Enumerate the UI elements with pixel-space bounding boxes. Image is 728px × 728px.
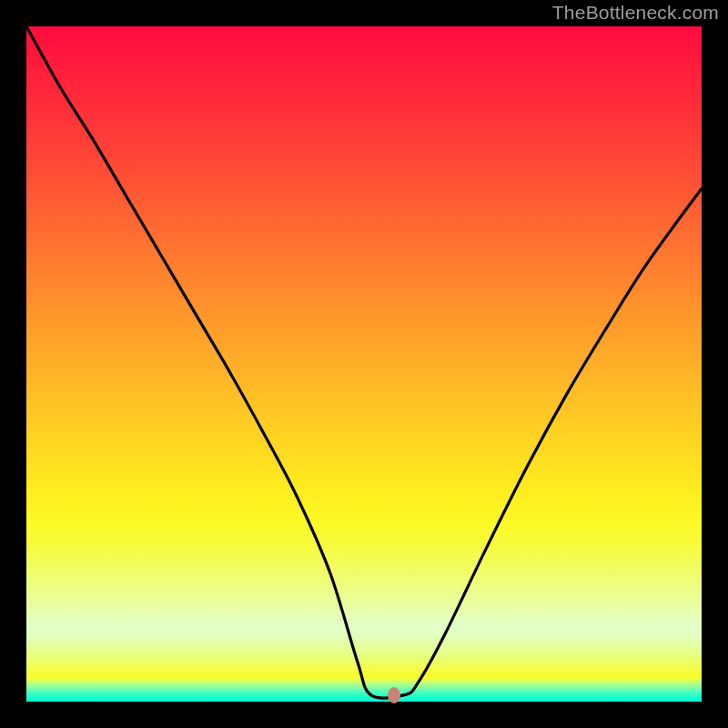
plot-area bbox=[26, 26, 702, 702]
optimal-point-marker bbox=[388, 687, 400, 703]
bottleneck-curve bbox=[26, 26, 702, 702]
watermark-text: TheBottleneck.com bbox=[552, 2, 719, 24]
curve-path bbox=[26, 26, 702, 698]
chart-frame: TheBottleneck.com bbox=[0, 0, 728, 728]
